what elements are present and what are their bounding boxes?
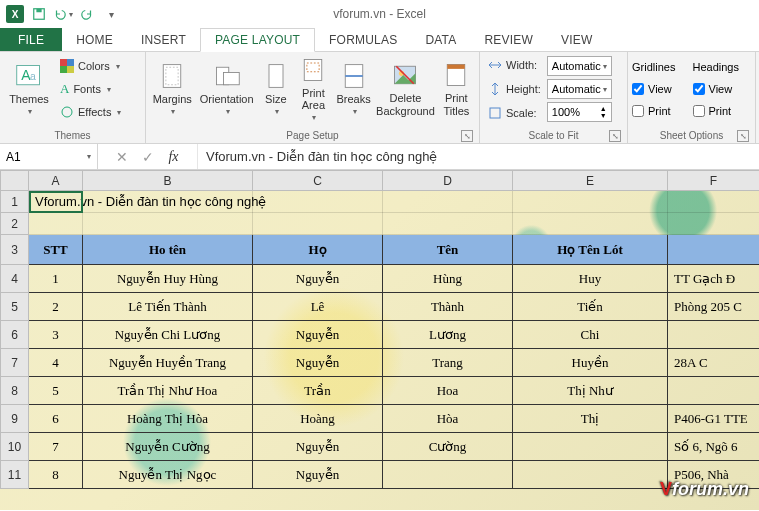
cell-ho[interactable]: Nguyễn	[253, 433, 383, 461]
cell-lot[interactable]: Thị	[513, 405, 668, 433]
col-header-f[interactable]: F	[668, 171, 760, 191]
row-header[interactable]: 5	[1, 293, 29, 321]
table-row[interactable]: 10 7 Nguyễn Cường Nguyễn Cường Số 6, Ngõ…	[1, 433, 760, 461]
gridlines-print-checkbox[interactable]: Print	[632, 101, 691, 121]
gridlines-view-checkbox[interactable]: View	[632, 79, 691, 99]
row-header[interactable]: 7	[1, 349, 29, 377]
cell-ho[interactable]: Trần	[253, 377, 383, 405]
cell-ho[interactable]: Lê	[253, 293, 383, 321]
cell-d1[interactable]	[383, 191, 513, 213]
cell-addr[interactable]: Số 6, Ngõ 6	[668, 433, 760, 461]
page-setup-dialog-launcher[interactable]: ⤡	[461, 130, 473, 142]
cell-ho[interactable]: Nguyễn	[253, 265, 383, 293]
cell-lot[interactable]: Tiến	[513, 293, 668, 321]
cell-lot[interactable]	[513, 433, 668, 461]
tab-data[interactable]: DATA	[411, 28, 470, 51]
th-ho[interactable]: Họ	[253, 235, 383, 265]
cancel-icon[interactable]: ✕	[116, 149, 128, 165]
save-button[interactable]	[28, 3, 50, 25]
cell-hoten[interactable]: Nguyễn Huy Hùng	[83, 265, 253, 293]
table-row[interactable]: 8 5 Trần Thị Như Hoa Trần Hoa Thị Như	[1, 377, 760, 405]
enter-icon[interactable]: ✓	[142, 149, 154, 165]
cell-ho[interactable]: Nguyễn	[253, 321, 383, 349]
orientation-button[interactable]: Orientation▾	[196, 54, 256, 124]
cell-addr[interactable]	[668, 321, 760, 349]
row-header[interactable]: 4	[1, 265, 29, 293]
row-header-3[interactable]: 3	[1, 235, 29, 265]
table-row[interactable]: 9 6 Hoàng Thị Hòa Hoàng Hòa Thị P406-G1 …	[1, 405, 760, 433]
row-header-1[interactable]: 1	[1, 191, 29, 213]
redo-button[interactable]	[76, 3, 98, 25]
row-header[interactable]: 11	[1, 461, 29, 489]
tab-view[interactable]: VIEW	[547, 28, 606, 51]
col-header-b[interactable]: B	[83, 171, 253, 191]
cell-ten[interactable]: Lương	[383, 321, 513, 349]
cell-addr[interactable]: Phòng 205 C	[668, 293, 760, 321]
cell-hoten[interactable]: Nguyễn Cường	[83, 433, 253, 461]
delete-background-button[interactable]: Delete Background	[375, 54, 435, 124]
table-header-row[interactable]: 3 STT Ho tên Họ Tên Họ Tên Lót	[1, 235, 760, 265]
cell-stt[interactable]: 5	[29, 377, 83, 405]
table-row[interactable]: 5 2 Lê Tiến Thành Lê Thành Tiến Phòng 20…	[1, 293, 760, 321]
tab-review[interactable]: REVIEW	[470, 28, 547, 51]
colors-button[interactable]: Colors▾	[56, 56, 125, 77]
cell-hoten[interactable]: Nguyễn Chi Lương	[83, 321, 253, 349]
print-area-button[interactable]: Print Area▾	[295, 54, 332, 124]
sheet-options-dialog-launcher[interactable]: ⤡	[737, 130, 749, 142]
size-button[interactable]: Size▾	[259, 54, 293, 124]
cell-f1[interactable]	[668, 191, 760, 213]
cell-hoten[interactable]: Nguyễn Huyền Trang	[83, 349, 253, 377]
effects-button[interactable]: Effects▾	[56, 102, 125, 123]
cell-ho[interactable]: Hoàng	[253, 405, 383, 433]
row-header[interactable]: 8	[1, 377, 29, 405]
worksheet-area[interactable]: A B C D E F 1 Vforum.vn - Diễn đàn tin h…	[0, 170, 759, 510]
cell-stt[interactable]: 3	[29, 321, 83, 349]
cell-stt[interactable]: 4	[29, 349, 83, 377]
cell-lot[interactable]: Chi	[513, 321, 668, 349]
cell-ho[interactable]: Nguyễn	[253, 349, 383, 377]
themes-button[interactable]: Aa Themes▾	[4, 54, 54, 124]
cell-stt[interactable]: 7	[29, 433, 83, 461]
table-row[interactable]: 6 3 Nguyễn Chi Lương Nguyễn Lương Chi	[1, 321, 760, 349]
print-titles-button[interactable]: Print Titles	[438, 54, 475, 124]
breaks-button[interactable]: Breaks▾	[334, 54, 373, 124]
width-combo[interactable]: Automatic▾	[547, 56, 612, 76]
cell-ho[interactable]: Nguyễn	[253, 461, 383, 489]
cell-ten[interactable]	[383, 461, 513, 489]
cell-hoten[interactable]: Trần Thị Như Hoa	[83, 377, 253, 405]
cell-stt[interactable]: 1	[29, 265, 83, 293]
table-row[interactable]: 11 8 Nguyễn Thị Ngọc Nguyễn P506, Nhà	[1, 461, 760, 489]
th-addr[interactable]	[668, 235, 760, 265]
headings-print-checkbox[interactable]: Print	[693, 101, 752, 121]
headings-view-checkbox[interactable]: View	[693, 79, 752, 99]
cell-ten[interactable]: Trang	[383, 349, 513, 377]
col-header-a[interactable]: A	[29, 171, 83, 191]
cell-a1[interactable]: Vforum.vn - Diễn đàn tin học công nghệ	[29, 191, 83, 213]
tab-formulas[interactable]: FORMULAS	[315, 28, 411, 51]
cell-lot[interactable]: Huyền	[513, 349, 668, 377]
tab-file[interactable]: FILE	[0, 28, 62, 51]
fonts-button[interactable]: AFonts▾	[56, 79, 125, 100]
th-hotenlot[interactable]: Họ Tên Lót	[513, 235, 668, 265]
cell-ten[interactable]: Hoa	[383, 377, 513, 405]
table-row[interactable]: 7 4 Nguyễn Huyền Trang Nguyễn Trang Huyề…	[1, 349, 760, 377]
formula-input[interactable]: Vforum.vn - Diễn đàn tin học công nghệ	[198, 144, 759, 169]
cell-ten[interactable]: Thành	[383, 293, 513, 321]
cell-hoten[interactable]: Nguyễn Thị Ngọc	[83, 461, 253, 489]
cell-addr[interactable]: TT Gạch Đ	[668, 265, 760, 293]
row-header[interactable]: 9	[1, 405, 29, 433]
margins-button[interactable]: Margins▾	[150, 54, 194, 124]
cell-stt[interactable]: 6	[29, 405, 83, 433]
tab-home[interactable]: HOME	[62, 28, 127, 51]
row-2[interactable]: 2	[1, 213, 760, 235]
height-combo[interactable]: Automatic▾	[547, 79, 612, 99]
scale-dialog-launcher[interactable]: ⤡	[609, 130, 621, 142]
tab-page-layout[interactable]: PAGE LAYOUT	[200, 28, 315, 52]
cell-ten[interactable]: Hòa	[383, 405, 513, 433]
row-header[interactable]: 10	[1, 433, 29, 461]
cell-c1[interactable]	[253, 191, 383, 213]
cell-stt[interactable]: 8	[29, 461, 83, 489]
column-headers[interactable]: A B C D E F	[1, 171, 760, 191]
th-ten[interactable]: Tên	[383, 235, 513, 265]
cell-stt[interactable]: 2	[29, 293, 83, 321]
